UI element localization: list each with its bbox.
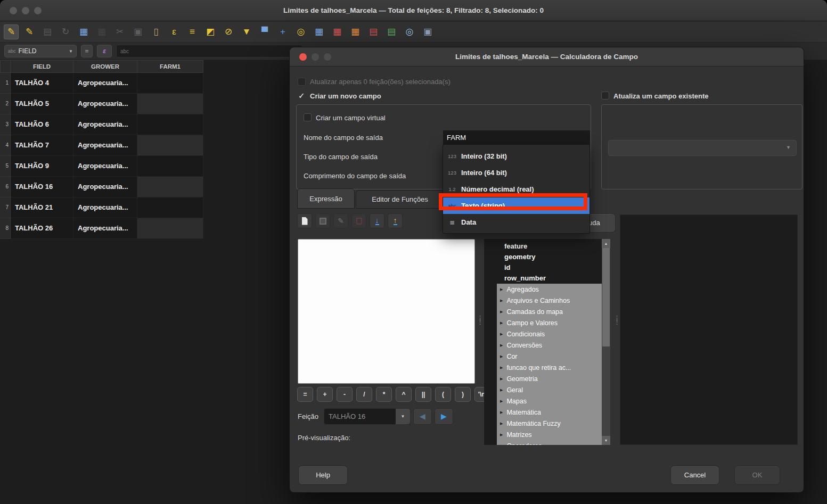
cell-grower[interactable]: Agropecuaria... [73,156,137,177]
operator-button[interactable]: = [297,387,313,402]
cell-farm1[interactable] [137,156,203,177]
column-header-farm1[interactable]: FARM1 [137,60,203,73]
cell-grower[interactable]: Agropecuaria... [73,94,137,114]
field-type-option[interactable]: 123Inteiro (32 bit) [443,148,589,164]
update-selected-checkbox[interactable] [298,78,306,86]
previous-feature-button[interactable]: ◀ [413,408,432,425]
cell-grower[interactable]: Agropecuaria... [73,73,137,94]
select-all-button[interactable]: ≡ [185,24,200,39]
move-selection-to-top-button[interactable]: ▀ [257,24,272,39]
dialog-minimize-button[interactable] [312,53,319,61]
cell-grower[interactable]: Agropecuaria... [73,218,137,239]
function-category-item[interactable]: ▶Geral [497,384,602,395]
table-row[interactable]: 8TALHÃO 26Agropecuaria... [0,218,289,239]
table-row[interactable]: 5TALHÃO 9Agropecuaria... [0,156,289,177]
splitter-handle-left[interactable]: ⋮⋮ [477,316,484,324]
function-category-item[interactable]: ▶Matrizes [497,429,602,440]
edit-expression-button[interactable]: ✎ [333,213,348,228]
header-corner[interactable] [0,60,11,73]
function-category-item[interactable]: ▶Condicionais [497,328,602,340]
toggle-editing-button[interactable]: ✎ [4,24,19,39]
feature-combo[interactable]: TALHÃO 16 ▼ [324,408,411,425]
output-field-name-input[interactable] [443,130,590,145]
operator-button[interactable]: || [415,387,431,402]
table-row[interactable]: 4TALHÃO 7Agropecuaria... [0,135,289,156]
cell-farm1[interactable] [137,177,203,197]
open-field-calculator-button[interactable]: ▦ [348,24,363,39]
row-number[interactable]: 8 [0,218,11,239]
operator-button[interactable]: * [376,387,392,402]
operator-button[interactable]: + [317,387,333,402]
cell-farm1[interactable] [137,218,203,239]
cut-features-button[interactable]: ✂ [112,24,127,39]
close-window-button[interactable] [10,7,17,14]
field-type-option[interactable]: abcTexto (string) [443,197,589,214]
multi-edit-button[interactable]: ✎ [22,24,37,39]
cell-grower[interactable]: Agropecuaria... [73,114,137,135]
feature-combo-arrow[interactable]: ▼ [396,409,410,424]
cell-farm1[interactable] [137,73,203,94]
field-type-option[interactable]: 123Inteiro (64 bit) [443,164,589,181]
delete-field-button[interactable]: ▦ [330,24,345,39]
update-existing-checkbox[interactable] [601,92,609,100]
add-feature-button[interactable]: ▦ [76,24,91,39]
row-number[interactable]: 2 [0,94,11,114]
create-new-field-checkbox[interactable]: ✓ [298,91,305,101]
paste-features-button[interactable]: ▯ [149,24,163,39]
import-expression-button[interactable]: ↓ [370,213,384,228]
table-view-button[interactable]: ▣ [420,24,435,39]
tab-expressao[interactable]: Expressão [297,188,355,209]
new-expression-button[interactable] [297,213,312,228]
cell-field[interactable]: TALHÃO 9 [11,156,73,177]
scrollbar-thumb[interactable] [602,248,610,346]
export-expression-button[interactable]: ↑ [388,213,403,228]
cell-field[interactable]: TALHÃO 5 [11,94,73,114]
scroll-down-icon[interactable]: ▼ [602,436,610,445]
cell-field[interactable]: TALHÃO 16 [11,177,73,197]
cell-grower[interactable]: Agropecuaria... [73,135,137,156]
minimize-window-button[interactable] [22,7,29,14]
delete-expression-button[interactable] [351,213,366,228]
save-edits-button[interactable]: ▤ [40,24,55,39]
cell-grower[interactable]: Agropecuaria... [73,177,137,197]
field-type-option[interactable]: 1.2Número decimal (real) [443,181,589,197]
select-by-expression-button[interactable]: ε [167,24,182,39]
cell-field[interactable]: TALHÃO 7 [11,135,73,156]
zoom-to-selection-button[interactable]: ◎ [293,24,308,39]
delete-selected-features-button[interactable]: ▦ [94,24,109,39]
existing-field-select[interactable]: ▼ [608,140,797,156]
cell-farm1[interactable] [137,114,203,135]
function-category-item[interactable]: ▶Operadores [497,440,602,445]
ok-button[interactable]: OK [734,466,780,485]
virtual-field-label[interactable]: Criar um campo virtual [316,114,386,122]
row-number[interactable]: 3 [0,114,11,135]
reload-table-button[interactable]: ↻ [58,24,73,39]
cell-field[interactable]: TALHÃO 4 [11,73,73,94]
function-category-item[interactable]: ▶Agregados [497,284,602,295]
table-row[interactable]: 3TALHÃO 6Agropecuaria... [0,114,289,135]
dialog-maximize-button[interactable] [324,53,331,61]
cancel-button[interactable]: Cancel [670,466,719,485]
tab-editor-de-funcoes[interactable]: Editor de Funções [356,190,444,209]
function-variable-item[interactable]: id [484,262,610,273]
function-category-item[interactable]: ▶Conversões [497,340,602,351]
virtual-field-checkbox[interactable] [304,113,312,121]
function-variable-item[interactable]: row_number [484,273,610,284]
filter-select-by-form-button[interactable]: ▼ [239,24,254,39]
cell-farm1[interactable] [137,94,203,114]
cell-farm1[interactable] [137,197,203,218]
function-category-item[interactable]: ▶Camadas do mapa [497,306,602,317]
filter-operator-button[interactable]: = [81,45,93,57]
filter-field-select[interactable]: abc FIELD ▼ [4,45,77,57]
dock-attribute-table-button[interactable]: ▤ [384,24,399,39]
operator-button[interactable]: ^ [396,387,412,402]
new-field-button[interactable]: ▦ [312,24,326,39]
invert-selection-button[interactable]: ◩ [203,24,218,39]
conditional-formatting-button[interactable]: ▤ [366,24,381,39]
create-new-field-label[interactable]: Criar um novo campo [310,92,381,100]
operator-button[interactable]: / [356,387,372,402]
row-number[interactable]: 4 [0,135,11,156]
scroll-up-icon[interactable]: ▲ [602,239,610,248]
case-sensitive-epsilon-button[interactable]: ε [97,45,112,57]
function-category-item[interactable]: ▶Arquivos e Caminhos [497,295,602,306]
